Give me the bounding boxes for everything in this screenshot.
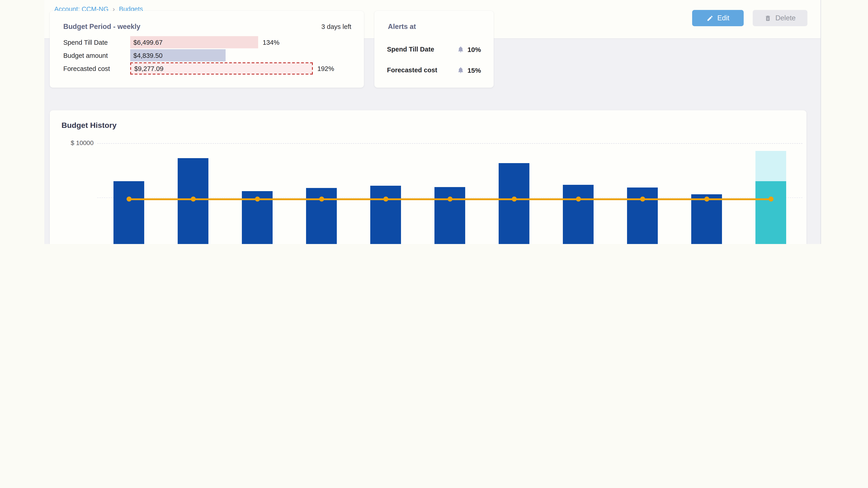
pencil-icon — [706, 15, 713, 22]
alert-threshold: 15% — [467, 66, 481, 74]
spend-percent-label: 134% — [263, 39, 279, 46]
budget-period-card-title: Budget Period - weekly — [63, 23, 141, 31]
budget-detail-page: Account: CCM-NG › Budgets test-weekly on… — [0, 0, 868, 244]
alert-row-spend: Spend Till Date 10% — [387, 43, 481, 55]
header-buttons: Edit Delete — [692, 10, 807, 26]
forecast-percent-label: 192% — [317, 65, 334, 72]
chart-bar-actual — [306, 188, 337, 244]
chart-bar-actual — [563, 185, 594, 244]
chart-bar-actual — [627, 188, 658, 244]
budget-amount-bar: $4,839.50 — [130, 49, 225, 61]
budget-meters: Spend Till Date $6,499.67 134% Budget am… — [63, 36, 355, 75]
alerts-card: Alerts at Spend Till Date 10% Forecasted… — [374, 11, 494, 88]
chart-bar-actual — [370, 186, 401, 244]
alerts-card-title: Alerts at — [388, 23, 416, 31]
chart-bar-actual — [691, 195, 722, 244]
spend-till-date-bar: $6,499.67 — [130, 36, 258, 48]
gridline-10000 — [97, 143, 802, 144]
spend-till-date-row: Spend Till Date $6,499.67 134% — [63, 36, 355, 48]
chart-bar-week-to-date — [755, 181, 786, 244]
chart-bar-actual — [434, 187, 465, 244]
chart-bar-actual — [114, 182, 144, 244]
budget-history-card: Budget History $ 10000 $ 0 19 Apr 2025 -… — [50, 110, 807, 244]
budget-amount-row: Budget amount $4,839.50 — [63, 49, 355, 61]
y-axis-tick-10000: $ 10000 — [57, 139, 94, 147]
budget-history-title: Budget History — [61, 121, 117, 130]
chart-bar-actual — [499, 163, 529, 244]
alert-threshold: 10% — [467, 45, 481, 53]
delete-button[interactable]: Delete — [753, 10, 807, 26]
bell-icon — [457, 66, 464, 74]
chart-plot — [97, 143, 802, 244]
forecasted-cost-bar: $9,277.09 — [130, 62, 313, 74]
bell-icon — [457, 46, 464, 53]
chart-bar-forecast — [755, 151, 786, 181]
days-left-label: 3 days left — [321, 23, 351, 30]
alert-row-forecast: Forecasted cost 15% — [387, 64, 481, 76]
trash-icon — [765, 15, 771, 22]
budget-period-card: Budget Period - weekly 3 days left Spend… — [50, 11, 364, 88]
edit-button[interactable]: Edit — [692, 10, 744, 26]
content-panel: Account: CCM-NG › Budgets test-weekly on… — [44, 0, 821, 244]
forecasted-cost-row: Forecasted cost $9,277.09 192% — [63, 62, 355, 74]
